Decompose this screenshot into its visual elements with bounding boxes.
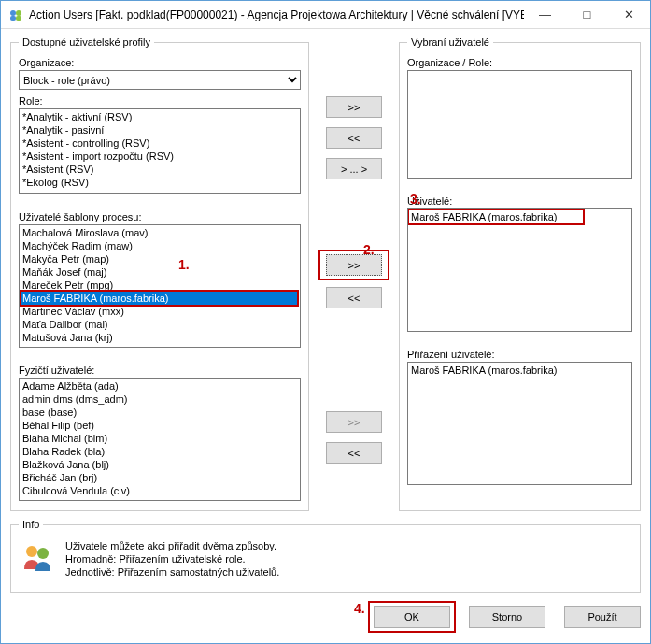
title-bar: Action Users [Fakt. podklad(FP00000021) … xyxy=(1,1,650,29)
list-item[interactable]: *Asistent (RSV) xyxy=(21,163,299,176)
minimize-button[interactable]: ― xyxy=(524,1,566,28)
users-icon xyxy=(21,541,54,575)
list-item[interactable]: Matušová Jana (krj) xyxy=(21,331,299,344)
user-add-button[interactable]: >> xyxy=(326,254,382,276)
list-item[interactable]: admin dms (dms_adm) xyxy=(21,393,299,406)
apply-button[interactable]: Použít xyxy=(564,606,641,628)
role-label: Role: xyxy=(19,95,301,107)
window-title: Action Users [Fakt. podklad(FP00000021) … xyxy=(29,8,524,21)
svg-point-4 xyxy=(26,546,37,557)
available-profiles-legend: Dostupné uživatelské profily xyxy=(19,36,154,48)
list-item[interactable]: Adame Alžběta (ada) xyxy=(21,379,299,393)
assignment-label: Přiřazení uživatelé: xyxy=(407,349,632,360)
selected-users-group: Vybraní uživatelé Organizace / Role: Uži… xyxy=(399,36,641,511)
list-item[interactable]: Cibulcová Vendula (civ) xyxy=(21,484,299,497)
list-item[interactable]: Maroš FABRIKA (maros.fabrika) xyxy=(409,364,630,377)
list-item[interactable]: *Analytik - pasivní xyxy=(21,123,299,136)
close-button[interactable]: ✕ xyxy=(608,1,650,28)
list-item[interactable]: *Ekolog (RSV) xyxy=(21,176,299,189)
right-users-listbox[interactable]: Maroš FABRIKA (maros.fabrika) xyxy=(407,208,632,332)
role-remove-button[interactable]: << xyxy=(326,127,382,149)
assign-remove-button[interactable]: << xyxy=(326,442,382,464)
svg-point-0 xyxy=(10,10,16,16)
maximize-button[interactable]: □ xyxy=(566,1,608,28)
list-item[interactable]: Martinec Václav (mxx) xyxy=(21,305,299,318)
list-item[interactable]: Mareček Petr (mpg) xyxy=(21,279,299,292)
list-item[interactable]: Maňák Josef (maj) xyxy=(21,265,299,279)
list-item[interactable]: Břicháč Jan (brj) xyxy=(21,471,299,484)
list-item[interactable]: Maroš FABRIKA (maros.fabrika) xyxy=(21,292,299,305)
org-label: Organizace: xyxy=(19,57,301,68)
assign-add-button[interactable]: >> xyxy=(326,411,382,433)
list-item[interactable]: *Asistent - controlling (RSV) xyxy=(21,136,299,150)
list-item[interactable]: Blažková Jana (blj) xyxy=(21,458,299,471)
list-item[interactable]: Blaha Radek (bla) xyxy=(21,445,299,458)
right-users-label: Uživatelé: xyxy=(407,195,632,207)
svg-rect-3 xyxy=(16,16,21,21)
cancel-button[interactable]: Storno xyxy=(469,606,545,628)
dialog-buttons: OK Storno Použít xyxy=(10,593,641,628)
physical-users-label: Fyzičtí uživatelé: xyxy=(19,365,301,376)
app-icon xyxy=(8,7,23,22)
physical-users-listbox[interactable]: Adame Alžběta (ada)admin dms (dms_adm)ba… xyxy=(19,378,301,501)
list-item[interactable]: Makyča Petr (map) xyxy=(21,252,299,265)
list-item[interactable]: *Asistent - import rozpočtu (RSV) xyxy=(21,150,299,163)
list-item[interactable]: Běhal Filip (bef) xyxy=(21,419,299,432)
middle-buttons-column: >> << > ... > >> << >> << xyxy=(317,36,391,511)
list-item[interactable]: base (base) xyxy=(21,406,299,419)
role-ellipsis-button[interactable]: > ... > xyxy=(326,158,382,179)
org-dropdown[interactable]: Block - role (právo) xyxy=(19,70,301,90)
svg-point-5 xyxy=(37,548,49,559)
list-item[interactable]: Maroš FABRIKA (maros.fabrika) xyxy=(409,210,630,223)
role-add-button[interactable]: >> xyxy=(326,96,382,118)
ok-button[interactable]: OK xyxy=(374,606,450,628)
list-item[interactable]: Machalová Miroslava (mav) xyxy=(21,226,299,239)
list-item[interactable]: Maťa Dalibor (mal) xyxy=(21,318,299,331)
svg-rect-2 xyxy=(10,16,16,21)
info-text: Uživatele můžete akci přiřadit dvěma způ… xyxy=(65,539,279,579)
info-legend: Info xyxy=(19,519,43,530)
selected-users-legend: Vybraní uživatelé xyxy=(407,36,493,48)
list-item[interactable]: Blaha Michal (blm) xyxy=(21,432,299,445)
info-group: Info Uživatele můžete akci přiřadit dvěm… xyxy=(10,519,641,593)
list-item[interactable]: *Analytik - aktivní (RSV) xyxy=(21,110,299,123)
svg-point-1 xyxy=(16,10,21,16)
available-profiles-group: Dostupné uživatelské profily Organizace:… xyxy=(10,36,309,511)
list-item[interactable]: Machýček Radim (maw) xyxy=(21,239,299,252)
template-users-label: Uživatelé šablony procesu: xyxy=(19,211,301,222)
roles-listbox[interactable]: *Analytik - aktivní (RSV)*Analytik - pas… xyxy=(19,108,301,194)
assignment-listbox[interactable]: Maroš FABRIKA (maros.fabrika) xyxy=(407,362,632,485)
org-role-label: Organizace / Role: xyxy=(407,57,632,68)
org-role-listbox[interactable] xyxy=(407,70,632,179)
user-remove-button[interactable]: << xyxy=(326,287,382,308)
template-users-listbox[interactable]: Machalová Miroslava (mav)Machýček Radim … xyxy=(19,224,301,348)
